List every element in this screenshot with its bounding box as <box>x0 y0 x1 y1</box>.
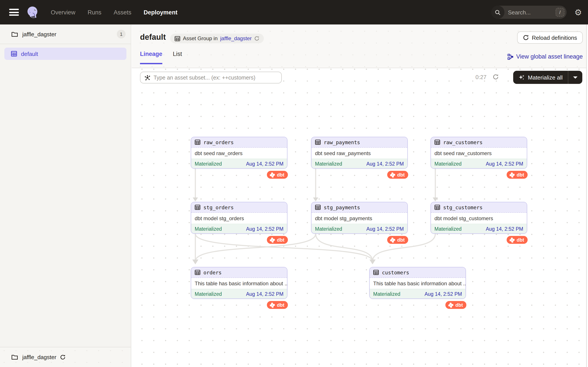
asset-node-stg_payments[interactable]: stg_paymentsdbt model stg_paymentsMateri… <box>311 202 408 234</box>
tab-lineage[interactable]: Lineage <box>140 51 162 64</box>
refresh-icon[interactable] <box>493 74 499 80</box>
refresh-icon <box>523 34 529 41</box>
nav-item-deployment[interactable]: Deployment <box>144 9 178 16</box>
breadcrumb-project-link[interactable]: jaffle_dagster <box>220 35 252 42</box>
asset-node-header: customers <box>370 267 466 278</box>
asset-card[interactable]: raw_paymentsdbt seed raw_paymentsMateria… <box>311 137 408 169</box>
search-shortcut-key: / <box>556 8 564 17</box>
scrollbar[interactable] <box>586 25 588 367</box>
asset-node-stg_customers[interactable]: stg_customersdbt model stg_customersMate… <box>431 202 527 234</box>
dbt-badge[interactable]: dbt <box>445 301 466 309</box>
hamburger-menu-icon[interactable] <box>9 9 19 16</box>
materialized-status: Materialized <box>195 291 222 296</box>
materialized-timestamp: Aug 14, 2:52 PM <box>366 226 404 231</box>
asset-node-customers[interactable]: customersThis table has basic informatio… <box>369 267 466 299</box>
asset-node-raw_orders[interactable]: raw_ordersdbt seed raw_ordersMaterialize… <box>191 137 287 169</box>
asset-node-header: raw_payments <box>311 137 407 148</box>
asset-node-header: stg_orders <box>191 202 287 213</box>
sparkles-icon <box>518 74 525 81</box>
folder-icon <box>11 354 18 360</box>
dbt-badge[interactable]: dbt <box>507 236 528 244</box>
asset-node-footer: MaterializedAug 14, 2:52 PM <box>191 224 287 233</box>
materialized-timestamp: Aug 14, 2:52 PM <box>366 161 404 166</box>
asset-card[interactable]: ordersThis table has basic information a… <box>191 267 287 299</box>
asset-card[interactable]: customersThis table has basic informatio… <box>369 267 466 299</box>
asset-card[interactable]: stg_paymentsdbt model stg_paymentsMateri… <box>311 202 408 234</box>
asset-node-footer: MaterializedAug 14, 2:52 PM <box>311 158 407 168</box>
asset-name: orders <box>203 269 222 275</box>
asset-node-raw_payments[interactable]: raw_paymentsdbt seed raw_paymentsMateria… <box>311 137 408 169</box>
asset-node-header: stg_payments <box>311 202 407 213</box>
dbt-badge-label: dbt <box>517 237 524 242</box>
asset-group-count-badge: 1 <box>117 30 126 38</box>
reload-definitions-label: Reload definitions <box>532 34 577 41</box>
materialize-all-button[interactable]: Materialize all <box>513 71 582 84</box>
lineage-canvas[interactable]: Type an asset subset... (ex: ++customers… <box>132 68 588 367</box>
tab-list[interactable]: List <box>173 51 182 64</box>
asset-card[interactable]: raw_ordersdbt seed raw_ordersMaterialize… <box>191 137 287 169</box>
asset-node-footer: MaterializedAug 14, 2:52 PM <box>431 158 527 168</box>
asset-subset-placeholder: Type an asset subset... (ex: ++customers… <box>154 75 256 81</box>
dbt-badge-label: dbt <box>277 302 284 308</box>
materialized-timestamp: Aug 14, 2:52 PM <box>424 291 462 296</box>
settings-gear-icon[interactable]: ⚙ <box>574 8 582 17</box>
view-global-asset-lineage-link[interactable]: View global asset lineage <box>508 53 583 60</box>
dbt-badge[interactable]: dbt <box>387 236 408 244</box>
dbt-badge-label: dbt <box>397 172 405 177</box>
reload-definitions-button[interactable]: Reload definitions <box>517 32 583 44</box>
dagster-logo-icon[interactable] <box>26 6 39 19</box>
dbt-badge-label: dbt <box>277 237 284 242</box>
asset-node-orders[interactable]: ordersThis table has basic information a… <box>191 267 287 299</box>
lineage-graph-icon <box>508 53 514 60</box>
top-nav: OverviewRunsAssetsDeployment Search... /… <box>0 0 588 25</box>
asset-card[interactable]: raw_customersdbt seed raw_customersMater… <box>431 137 527 169</box>
dbt-badge-label: dbt <box>397 237 405 242</box>
asset-node-footer: MaterializedAug 14, 2:52 PM <box>370 289 466 298</box>
asset-node-header: raw_customers <box>431 137 527 148</box>
folder-icon <box>11 31 18 37</box>
materialize-options-dropdown[interactable] <box>568 76 582 78</box>
nav-item-overview[interactable]: Overview <box>51 9 76 16</box>
search-placeholder: Search... <box>508 9 531 16</box>
sidebar-project-jaffle-dagster[interactable]: jaffle_dagster 1 <box>0 25 131 44</box>
table-icon <box>315 204 321 210</box>
refresh-icon[interactable] <box>60 354 66 360</box>
dbt-badge[interactable]: dbt <box>267 301 288 309</box>
asset-card[interactable]: stg_customersdbt model stg_customersMate… <box>431 202 527 234</box>
tab-bar: LineageList <box>140 51 182 64</box>
asset-name: customers <box>382 269 409 275</box>
asset-node-footer: MaterializedAug 14, 2:52 PM <box>311 224 407 233</box>
materialized-status: Materialized <box>315 161 342 166</box>
asset-description: dbt model stg_customers <box>431 213 527 224</box>
nav-item-assets[interactable]: Assets <box>114 9 131 16</box>
dbt-badge[interactable]: dbt <box>267 236 288 244</box>
asset-description: dbt seed raw_payments <box>311 148 407 158</box>
nav-items: OverviewRunsAssetsDeployment <box>51 9 177 16</box>
sidebar-project-label: jaffle_dagster <box>22 31 56 37</box>
dbt-logo-icon <box>269 237 275 243</box>
table-icon <box>195 204 200 210</box>
dbt-badge[interactable]: dbt <box>267 171 288 179</box>
search-input[interactable]: Search... / <box>491 6 567 19</box>
nav-item-runs[interactable]: Runs <box>88 9 102 16</box>
table-icon <box>195 270 200 275</box>
asset-node-raw_customers[interactable]: raw_customersdbt seed raw_customersMater… <box>431 137 527 169</box>
table-icon <box>315 139 321 145</box>
asset-node-footer: MaterializedAug 14, 2:52 PM <box>191 158 287 168</box>
dbt-badge-label: dbt <box>277 172 284 177</box>
asset-card[interactable]: stg_ordersdbt model stg_ordersMaterializ… <box>191 202 287 234</box>
view-global-asset-lineage-label: View global asset lineage <box>516 53 583 60</box>
asset-description: This table has basic information about .… <box>370 278 466 289</box>
sidebar-divider <box>0 44 131 44</box>
sidebar-item-default-group[interactable]: default <box>4 48 126 60</box>
table-icon <box>195 139 200 145</box>
main-pane: default Asset Group in jaffle_dagster Re… <box>132 25 588 367</box>
dbt-badge[interactable]: dbt <box>507 171 528 179</box>
asset-subset-input[interactable]: Type an asset subset... (ex: ++customers… <box>140 72 282 83</box>
refresh-icon[interactable] <box>254 36 259 41</box>
asset-description: dbt seed raw_customers <box>431 148 527 158</box>
search-icon <box>491 6 504 19</box>
asset-name: stg_orders <box>203 204 234 210</box>
asset-node-stg_orders[interactable]: stg_ordersdbt model stg_ordersMaterializ… <box>191 202 287 234</box>
dbt-badge[interactable]: dbt <box>387 171 408 179</box>
